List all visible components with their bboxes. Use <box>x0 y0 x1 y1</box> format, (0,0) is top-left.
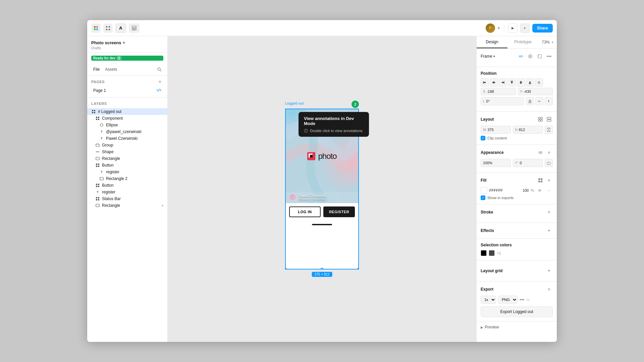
assets-tab[interactable]: Assets <box>103 66 119 72</box>
handle-bottom-right[interactable] <box>357 268 359 269</box>
present-button[interactable]: ▶ <box>508 23 518 33</box>
stroke-add-icon[interactable]: + <box>545 208 553 216</box>
selection-colors-section: Selection colors +1 <box>477 239 557 260</box>
layer-shape[interactable]: Shape <box>87 148 167 155</box>
frame-dropdown[interactable]: Frame ▾ <box>481 54 495 59</box>
layer-handle[interactable]: T @pawel_czerwinski <box>87 128 167 135</box>
zoom-control[interactable]: 73% ▾ <box>538 40 557 45</box>
auto-layout-icon[interactable] <box>545 116 553 123</box>
layout-grid-add-icon[interactable]: + <box>545 267 553 275</box>
share-button[interactable]: Share <box>532 24 553 33</box>
h-field[interactable]: H 812 <box>513 126 543 134</box>
align-middle[interactable] <box>517 78 525 86</box>
export-scale-select[interactable]: 1x <box>481 296 496 304</box>
show-exports-checkbox[interactable]: ✓ <box>481 195 485 200</box>
ready-for-dev-badge[interactable]: Ready for dev 1 <box>91 56 163 61</box>
login-button[interactable]: LOG IN <box>289 206 321 217</box>
search-button[interactable] <box>155 65 163 73</box>
page-1-item[interactable]: Page 1 <box>91 86 163 95</box>
fill-add-icon[interactable]: + <box>545 177 553 184</box>
svg-rect-41 <box>98 199 99 200</box>
corner-options-btn[interactable] <box>545 159 553 167</box>
constrain-proportions[interactable] <box>545 126 553 134</box>
export-button[interactable]: Export Logged out <box>481 306 553 317</box>
corner-field[interactable]: 0 <box>513 159 543 167</box>
position-title: Position <box>481 71 496 76</box>
more-colors-badge[interactable]: +1 <box>497 251 501 255</box>
fill-grid-icon[interactable] <box>537 177 544 184</box>
x-field[interactable]: X -188 <box>481 88 516 95</box>
canvas[interactable]: Logged out <box>168 36 476 342</box>
flip-h-icon[interactable]: ⇔ <box>535 97 543 105</box>
w-field[interactable]: W 375 <box>481 126 511 134</box>
resize-icon[interactable] <box>536 53 543 60</box>
layer-pawel[interactable]: T Pawel Czerwinski <box>87 135 167 142</box>
export-remove-icon[interactable]: – <box>527 297 530 303</box>
add-page-button[interactable]: + <box>157 78 163 85</box>
layer-ellipse[interactable]: Ellipse <box>87 122 167 128</box>
fill-eye-icon[interactable] <box>536 187 543 194</box>
handle-bottom-left[interactable] <box>285 268 287 269</box>
avatar-dropdown[interactable]: ▾ <box>498 26 500 31</box>
appearance-eye-icon[interactable] <box>537 149 544 156</box>
align-right[interactable] <box>499 78 507 86</box>
project-title[interactable]: Photo screens ▾ <box>91 40 163 45</box>
layer-rectangle[interactable]: Rectangle <box>87 155 167 162</box>
more-options-icon[interactable]: ••• <box>545 53 553 60</box>
layer-button-2[interactable]: Button <box>87 182 167 189</box>
prototype-tab[interactable]: Prototype <box>507 36 538 48</box>
export-more-options[interactable]: ••• <box>520 297 525 302</box>
align-bottom[interactable] <box>526 78 534 86</box>
layer-component[interactable]: Component <box>87 115 167 122</box>
dev-mode-button[interactable]: ▾ <box>520 23 530 33</box>
flip-v-icon[interactable]: ⇕ <box>545 97 553 105</box>
align-left[interactable] <box>481 78 489 86</box>
appearance-more-icon[interactable]: ⊕ <box>545 149 553 156</box>
layer-logged-out[interactable]: # Logged out <box>87 108 167 115</box>
user-avatar[interactable]: P <box>486 23 495 33</box>
main-menu-grid[interactable] <box>103 23 113 33</box>
layout-tool-button[interactable] <box>129 23 140 33</box>
fill-remove-icon[interactable]: - <box>545 187 553 194</box>
fill-color-swatch[interactable] <box>481 187 487 194</box>
lock-icon[interactable] <box>526 97 534 105</box>
preview-section[interactable]: ▶ Preview <box>477 321 557 333</box>
angle-field[interactable]: L 0° <box>481 97 524 105</box>
align-top[interactable] <box>508 78 516 86</box>
effects-add-icon[interactable]: + <box>545 227 553 234</box>
opacity-field[interactable]: 100% <box>481 159 511 167</box>
handle-bottom-mid[interactable] <box>321 268 323 269</box>
target-icon[interactable] <box>527 53 534 60</box>
layer-register-1[interactable]: T register <box>87 169 167 175</box>
align-center-h[interactable] <box>490 78 498 86</box>
figma-menu[interactable] <box>91 23 101 33</box>
layout-grid-icon[interactable] <box>537 116 544 123</box>
text-tool-button[interactable]: A <box>115 23 126 33</box>
layer-group[interactable]: Group <box>87 142 167 148</box>
annotation-badge[interactable]: 2 <box>352 101 359 108</box>
export-header: Export + <box>481 286 553 293</box>
zoom-dropdown[interactable]: ▾ <box>552 41 553 44</box>
file-tab[interactable]: File <box>91 66 102 72</box>
export-format-select[interactable]: PNG <box>498 296 518 304</box>
clip-content-checkbox[interactable]: ✓ <box>481 136 485 140</box>
y-field[interactable]: Y -430 <box>518 88 553 95</box>
layer-rectangle-2[interactable]: Rectangle 2 <box>87 175 167 182</box>
swatch-dark[interactable] <box>489 250 495 256</box>
code-view-icon[interactable] <box>517 53 525 60</box>
layer-button-1[interactable]: Button <box>87 162 167 169</box>
swatch-black[interactable] <box>481 250 487 256</box>
svg-rect-56 <box>484 82 486 83</box>
appearance-section: Appearance ⊕ 100% 0 <box>477 145 557 173</box>
layer-status-bar[interactable]: Status Bar <box>87 195 167 202</box>
design-tab[interactable]: Design <box>477 36 507 48</box>
register-button[interactable]: REGISTER <box>323 206 355 217</box>
layer-register-2[interactable]: T register <box>87 189 167 195</box>
export-add-icon[interactable]: + <box>545 286 553 293</box>
distribute-h[interactable]: ⊞ <box>535 78 543 86</box>
fill-hex-value[interactable]: FFFFFF <box>489 188 517 192</box>
fill-opacity-value[interactable]: 100 <box>519 188 529 192</box>
zoom-value[interactable]: 73% <box>542 40 550 45</box>
layout-title: Layout <box>481 117 494 122</box>
layer-rectangle-last[interactable]: Rectangle ▾ <box>87 202 167 209</box>
